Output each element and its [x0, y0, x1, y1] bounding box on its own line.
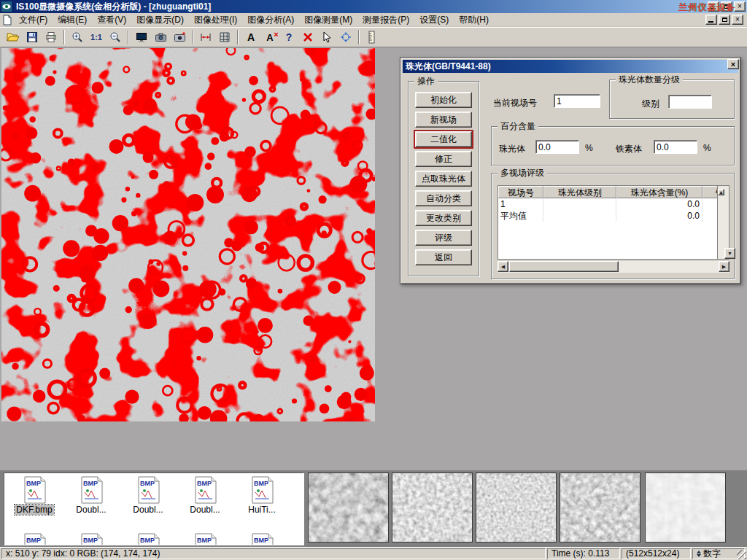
table-header-cell[interactable]: 珠光体含量(%) — [616, 186, 703, 198]
operation-button[interactable]: 点取珠光体 — [415, 171, 472, 187]
operation-button[interactable]: 修正 — [415, 151, 472, 167]
help-icon[interactable]: ? — [279, 28, 298, 46]
operation-button[interactable]: 二值化 — [415, 131, 472, 147]
file-name: Doubl... — [188, 505, 221, 515]
camera-icon[interactable] — [151, 28, 170, 46]
file-item[interactable]: HuiTi... — [233, 476, 290, 515]
cursor-position-status: x: 510 y: 79 idx: 0 RGB: (174, 174, 174) — [1, 548, 546, 559]
target-icon[interactable] — [336, 28, 355, 46]
table-vertical-scrollbar[interactable]: ▲ ▼ — [717, 186, 729, 259]
operation-button[interactable]: 更改类别 — [415, 210, 472, 226]
pointer-icon[interactable] — [317, 28, 336, 46]
dialog-close-button[interactable]: × — [727, 59, 739, 69]
pearlite-cell: 0.0 — [616, 198, 703, 210]
field-cell: 平均值 — [498, 210, 543, 222]
file-item[interactable] — [6, 533, 63, 545]
capture-icon[interactable] — [170, 28, 189, 46]
resize-grip[interactable] — [737, 550, 746, 559]
scroll-up-icon[interactable]: ▲ — [718, 189, 724, 195]
text-delete-icon[interactable]: A — [260, 28, 279, 46]
file-item[interactable]: Doubl... — [120, 476, 177, 515]
dialog-title-bar[interactable]: 珠光体(GB/T9441-88) — [403, 60, 738, 73]
thumbnail-5[interactable] — [645, 472, 726, 542]
actual-size-icon[interactable]: 1:1 — [87, 28, 106, 46]
caliper-icon[interactable] — [196, 28, 215, 46]
grid-icon[interactable] — [215, 28, 234, 46]
file-item[interactable]: Doubl... — [63, 476, 120, 515]
thumbnail-1[interactable] — [308, 472, 389, 542]
ferrite-input[interactable] — [654, 140, 697, 154]
menu-item[interactable]: 编辑(E) — [53, 12, 92, 28]
menu-item[interactable]: 查看(V) — [92, 12, 131, 28]
text-icon[interactable]: A — [241, 28, 260, 46]
table-row[interactable]: 1 0.0 — [498, 198, 717, 210]
menu-item[interactable]: 图像分析(A) — [242, 12, 299, 28]
operation-button[interactable]: 初始化 — [415, 92, 472, 108]
menu-item[interactable]: 设置(S) — [414, 12, 454, 28]
file-item[interactable] — [120, 533, 177, 545]
file-item[interactable]: DKF.bmp — [6, 476, 63, 515]
pearlite-dialog: 珠光体(GB/T9441-88) × 操作 初始化新视场二值化修正点取珠光体自动… — [400, 57, 741, 284]
multifield-group-label: 多视场评级 — [498, 168, 547, 178]
current-field-input[interactable] — [554, 94, 600, 108]
spin-icon[interactable] — [697, 551, 701, 557]
save-icon[interactable] — [23, 28, 42, 46]
file-item[interactable]: Doubl... — [177, 476, 233, 515]
table-header-row: 视场号珠光体级别珠光体含量(%)铁素 — [498, 186, 717, 198]
bottom-panel: DKF.bmp Doubl... Doubl... Doubl. — [0, 470, 747, 547]
thumbnail-3[interactable] — [476, 472, 557, 542]
mdi-minimize-button[interactable] — [705, 15, 717, 25]
operation-button[interactable]: 返回 — [415, 249, 472, 265]
time-status: Time (s): 0.113 — [547, 548, 620, 559]
thumbnail-2[interactable] — [392, 472, 473, 542]
print-icon[interactable] — [42, 28, 61, 46]
table-body: 1 0.0 平均值 0.0 — [498, 198, 717, 222]
menu-item[interactable]: 图像显示(D) — [131, 12, 189, 28]
thumbnail-4[interactable] — [560, 472, 640, 542]
image-size-status: (512x512x24) — [622, 548, 691, 559]
operation-button[interactable]: 评级 — [415, 230, 472, 246]
file-item[interactable] — [63, 533, 120, 545]
mdi-close-button[interactable]: × — [732, 15, 743, 25]
open-icon[interactable] — [4, 28, 23, 46]
grading-group-label: 珠光体数量分级 — [616, 74, 683, 85]
specimen-image[interactable] — [1, 48, 375, 421]
file-item[interactable] — [233, 533, 290, 545]
menu-item[interactable]: 帮助(H) — [454, 12, 494, 28]
ferrite-cell — [703, 198, 717, 210]
level-input[interactable] — [668, 95, 712, 109]
delete-icon[interactable] — [298, 28, 317, 46]
menu-item[interactable]: 测量报告(P) — [357, 12, 414, 28]
ruler-icon[interactable] — [363, 28, 382, 46]
menu-item[interactable]: 图像测量(M) — [299, 12, 357, 28]
document-icon[interactable] — [2, 15, 12, 26]
multifield-table: 视场号珠光体级别珠光体含量(%)铁素 1 0.0 — [498, 185, 729, 260]
menu-item[interactable]: 图像处理(I) — [189, 12, 242, 28]
zoom-in-icon[interactable] — [68, 28, 87, 46]
table-row[interactable]: 平均值 0.0 — [498, 210, 717, 222]
operation-group-label: 操作 — [414, 76, 438, 86]
scroll-left-icon[interactable]: ◀ — [498, 261, 508, 272]
scroll-down-icon[interactable]: ▼ — [724, 248, 735, 259]
bmp-file-icon — [136, 476, 160, 504]
table-header-cell[interactable]: 铁素 — [703, 186, 717, 198]
file-item[interactable] — [177, 533, 233, 545]
file-browser: DKF.bmp Doubl... Doubl... Doubl. — [4, 472, 304, 545]
menu-item[interactable]: 文件(F) — [14, 12, 53, 28]
table-header-cell[interactable]: 珠光体级别 — [543, 186, 616, 198]
scrollbar-thumb[interactable] — [509, 261, 619, 272]
operation-button[interactable]: 自动分类 — [415, 190, 472, 206]
table-horizontal-scrollbar[interactable]: ◀ ▶ — [498, 261, 729, 273]
scroll-right-icon[interactable]: ▶ — [719, 261, 729, 272]
preview-icon[interactable] — [132, 28, 151, 46]
file-name: Doubl... — [131, 505, 164, 515]
table-header-cell[interactable]: 视场号 — [498, 186, 543, 198]
percent-group-label: 百分含量 — [498, 121, 538, 131]
pearlite-input[interactable] — [535, 140, 579, 154]
operation-button[interactable]: 新视场 — [415, 112, 472, 128]
mdi-restore-button[interactable] — [719, 15, 730, 25]
ferrite-unit: % — [703, 143, 711, 153]
title-bar: IS100显微摄像系统(金相分析版) - [zhuguangti01] × — [0, 0, 747, 13]
close-button[interactable]: × — [734, 1, 746, 12]
zoom-out-icon[interactable] — [106, 28, 125, 46]
